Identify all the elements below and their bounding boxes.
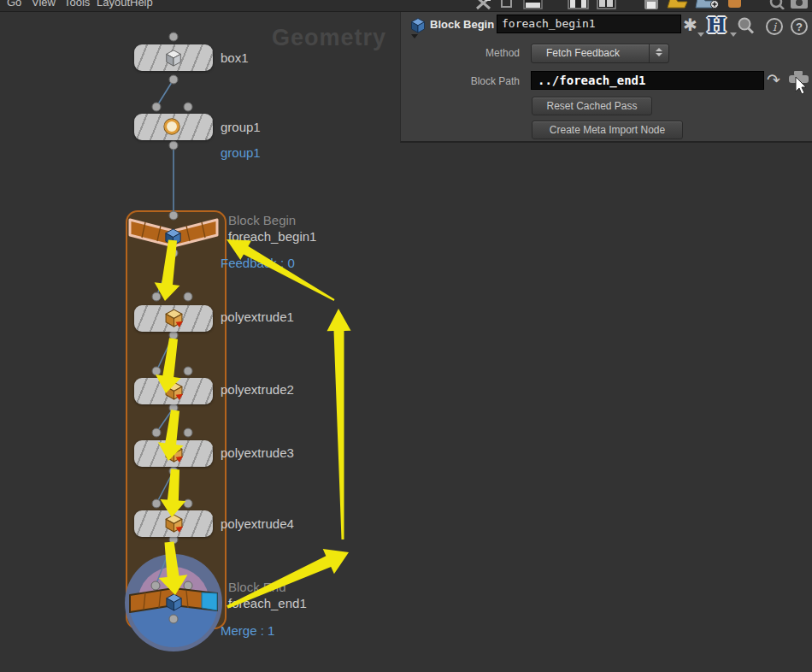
block-begin-node-icon[interactable]	[409, 16, 427, 33]
save-icon[interactable]	[644, 0, 660, 10]
method-value: Fetch Feedback	[532, 44, 668, 62]
info-group1: group1	[221, 145, 261, 160]
label-polyextrude2: polyextrude2	[221, 382, 294, 397]
folder-new-icon[interactable]	[695, 0, 719, 9]
block-path-input[interactable]: ../foreach_end1	[531, 71, 764, 90]
jump-to-node-icon[interactable]: ↷	[767, 70, 780, 90]
orange-tool-icon[interactable]	[727, 0, 742, 9]
menu-layout[interactable]: Layout	[97, 0, 130, 11]
node-name-input[interactable]: foreach_begin1	[497, 15, 681, 33]
info-icon[interactable]: i	[765, 17, 784, 36]
tools-icon[interactable]	[475, 0, 492, 10]
label-group1: group1	[221, 120, 261, 134]
block-path-label: Block Path	[401, 75, 520, 87]
node-icon-dropdown-arrow[interactable]	[411, 34, 418, 38]
info-merge: Merge : 1	[221, 623, 274, 638]
typelabel-block-end: Block End	[228, 580, 286, 594]
gear-icon[interactable]: ✱	[683, 15, 697, 35]
method-label: Method	[401, 47, 520, 59]
polyextrude-icon	[164, 308, 184, 327]
block-end-icon	[164, 592, 184, 611]
pane-double-icon[interactable]	[597, 0, 617, 9]
houdini-window: Go View Tools Layout Help	[0, 0, 812, 672]
method-spinner[interactable]	[649, 44, 668, 62]
houdini-help-logo-icon[interactable]: H	[707, 13, 727, 38]
parameter-panel: Block Begin foreach_begin1 ✱ H i ? Metho…	[400, 12, 812, 143]
typelabel-block-begin: Block Begin	[228, 213, 296, 227]
search-icon[interactable]	[736, 16, 756, 37]
menu-tools[interactable]: Tools	[64, 0, 90, 11]
group-icon	[162, 117, 181, 136]
folder-open-icon[interactable]	[667, 0, 689, 9]
gear-dropdown-arrow[interactable]	[697, 32, 704, 37]
method-dropdown[interactable]: Fetch Feedback	[531, 44, 669, 63]
svg-text:i: i	[773, 21, 777, 33]
pane-columns-icon[interactable]	[568, 0, 590, 9]
reset-cached-pass-button[interactable]: Reset Cached Pass	[532, 97, 652, 115]
panel-node-type: Block Begin	[430, 18, 494, 31]
help-icon[interactable]: ?	[790, 17, 809, 36]
menu-go[interactable]: Go	[7, 0, 21, 11]
menu-view[interactable]: View	[32, 0, 56, 11]
block-begin-icon	[163, 227, 183, 246]
menu-help[interactable]: Help	[130, 0, 153, 11]
label-polyextrude3: polyextrude3	[221, 445, 294, 460]
label-box1: box1	[221, 50, 249, 65]
pane-split-icon[interactable]	[523, 0, 544, 9]
polyextrude-icon	[164, 513, 184, 533]
polyextrude-icon	[164, 443, 184, 463]
mouse-cursor	[795, 77, 809, 96]
label-polyextrude4: polyextrude4	[221, 516, 294, 531]
label-foreach-end1: foreach_end1	[228, 596, 307, 610]
box-icon	[164, 48, 183, 67]
polyextrude-icon	[164, 380, 184, 400]
camera-icon[interactable]	[790, 0, 809, 9]
zoom-tool-icon[interactable]	[769, 0, 785, 9]
create-meta-import-node-button[interactable]: Create Meta Import Node	[532, 121, 683, 139]
label-polyextrude1: polyextrude1	[221, 309, 294, 324]
info-feedback: Feedback : 0	[221, 256, 295, 270]
pane-small-icon[interactable]	[501, 0, 513, 9]
label-foreach-begin1: foreach_begin1	[228, 229, 316, 244]
network-context-watermark: Geometry	[272, 25, 386, 51]
menu-bar: Go View Tools Layout Help	[0, 0, 812, 12]
svg-text:?: ?	[796, 21, 803, 33]
